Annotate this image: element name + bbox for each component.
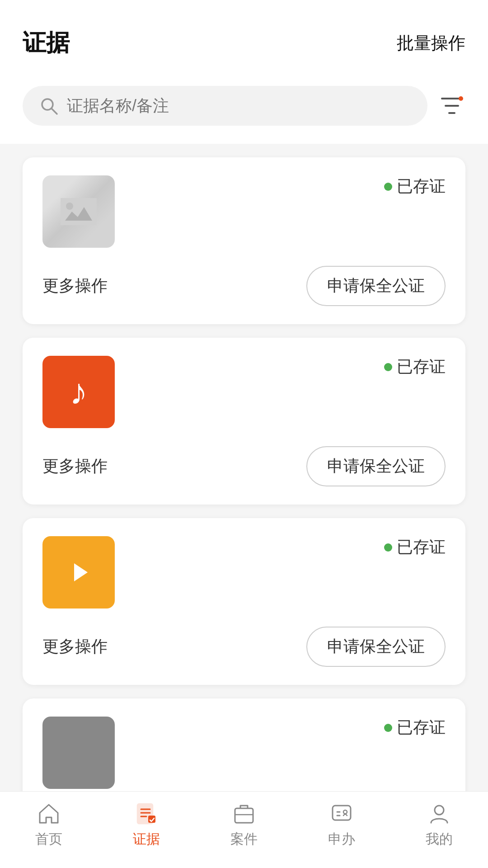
more-operations-button[interactable]: 更多操作 [42,636,108,658]
card-top: 已存证 [42,717,446,789]
card-top: ♪ 已存证 [42,356,446,428]
svg-rect-10 [333,806,351,820]
batch-action-button[interactable]: 批量操作 [397,32,465,55]
svg-rect-8 [235,808,253,823]
more-operations-button[interactable]: 更多操作 [42,275,108,297]
search-icon [39,96,59,116]
nav-label-apply: 申办 [328,830,355,849]
thumbnail-image [42,175,115,248]
apply-icon [330,802,353,826]
page-title: 证据 [23,27,70,59]
case-icon [232,802,256,826]
play-icon [63,557,94,588]
status-dot [384,183,392,191]
apply-notarization-button[interactable]: 申请保全公证 [306,266,446,306]
nav-item-mine[interactable]: 我的 [426,802,453,849]
apply-notarization-button[interactable]: 申请保全公证 [306,446,446,486]
nav-label-case: 案件 [230,830,258,849]
evidence-icon [135,802,158,826]
card-top: 已存证 [42,536,446,609]
nav-label-evidence: 证据 [133,830,160,849]
status-badge: 已存证 [384,717,446,739]
status-badge: 已存证 [384,175,446,198]
svg-point-4 [66,203,73,210]
status-dot [384,543,392,552]
nav-item-apply[interactable]: 申办 [328,802,355,849]
evidence-card: ♪ 已存证 更多操作 申请保全公证 [23,338,465,505]
more-operations-button[interactable]: 更多操作 [42,455,108,477]
filter-icon[interactable] [438,92,465,119]
card-bottom: 更多操作 申请保全公证 [42,627,446,667]
apply-notarization-button[interactable]: 申请保全公证 [306,627,446,667]
card-thumbnail [42,536,115,609]
evidence-list: 已存证 更多操作 申请保全公证 ♪ 已存证 更多操作 申请保全公证 [0,144,488,868]
status-dot [384,724,392,732]
card-thumbnail [42,717,115,789]
search-input[interactable] [67,96,411,115]
search-container [23,86,427,126]
nav-label-mine: 我的 [426,830,453,849]
card-thumbnail [42,175,115,248]
status-badge: 已存证 [384,356,446,378]
card-top: 已存证 [42,175,446,248]
svg-point-11 [343,810,347,814]
evidence-card: 已存证 更多操作 申请保全公证 [23,157,465,324]
nav-item-case[interactable]: 案件 [230,802,258,849]
svg-point-12 [435,806,444,815]
bottom-nav: 首页 证据 案件 申办 我的 [0,791,488,868]
home-icon [37,802,61,826]
search-bar-wrapper [0,72,488,144]
svg-point-2 [459,96,463,101]
audio-icon: ♪ [70,371,88,413]
status-badge: 已存证 [384,536,446,558]
nav-label-home: 首页 [35,830,62,849]
svg-marker-5 [74,563,88,581]
card-thumbnail: ♪ [42,356,115,428]
header: 证据 批量操作 [0,0,488,72]
nav-item-home[interactable]: 首页 [35,802,62,849]
card-bottom: 更多操作 申请保全公证 [42,266,446,306]
svg-rect-3 [61,198,97,225]
card-bottom: 更多操作 申请保全公证 [42,446,446,486]
svg-line-1 [52,108,57,114]
evidence-card: 已存证 更多操作 申请保全公证 [23,518,465,685]
status-dot [384,363,392,371]
nav-item-evidence[interactable]: 证据 [133,802,160,849]
mine-icon [427,802,451,826]
